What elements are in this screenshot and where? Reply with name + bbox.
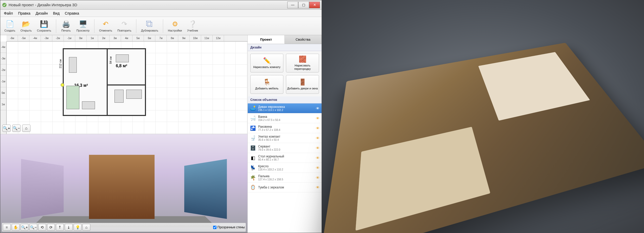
furniture-table[interactable] — [116, 54, 129, 62]
floorplan[interactable]: 16,3 м² 6,8 м² 212 см 84 см — [63, 48, 146, 116]
object-icon: 🚰 — [250, 125, 256, 131]
visibility-eye-icon[interactable]: 👁 — [316, 106, 320, 111]
menu-item-1[interactable]: Правка — [15, 10, 33, 16]
furniture-bathtub[interactable] — [126, 90, 142, 99]
plan-3d-view[interactable]: ⌗✋🔍+🔍−⟲⟳⤒⤓💡⌂Прозрачные стены — [0, 134, 247, 233]
object-dimensions: 235.1 x 113.1 x 102.2 — [258, 109, 314, 112]
ruler-tick: 1м — [0, 99, 6, 110]
ruler-tick: -1м — [0, 76, 6, 87]
maximize-button[interactable]: ▢ — [298, 2, 309, 8]
menu-item-0[interactable]: Файл — [1, 10, 15, 16]
tab-properties[interactable]: Свойства — [285, 35, 322, 44]
ruler-tick: -4м — [29, 35, 41, 41]
открыть-icon: 📂 — [22, 20, 30, 28]
furniture-coffee-table[interactable] — [82, 101, 95, 109]
object-item[interactable]: 🪞Тумба с зеркалом👁 — [248, 183, 322, 192]
object-name: Стол журнальный — [258, 155, 314, 158]
furniture-sofa[interactable] — [66, 86, 79, 109]
rotate-right-icon[interactable]: ⟳ — [47, 224, 55, 231]
design-button-2[interactable]: 🪑Добавить мебель — [250, 75, 283, 94]
toolbar-создать[interactable]: 📄Создать — [2, 18, 17, 34]
toolbar-separator — [56, 19, 56, 33]
zoom-in-icon[interactable]: 🔍+ — [21, 224, 28, 231]
wall-3d-left — [21, 159, 63, 219]
object-item[interactable]: 🌴Пальма127.4 x 116.2 x 158.5👁 — [248, 173, 322, 183]
object-item[interactable]: 🚽Унитаз компакт35.6 x 56.5 x 50.4👁 — [248, 133, 322, 143]
toolbar-печать[interactable]: 🖨️Печать — [59, 18, 73, 34]
tab-project[interactable]: Проект — [248, 35, 285, 44]
toolbar-повторить[interactable]: ↷Повторить — [115, 18, 133, 34]
wall-3d-right — [184, 159, 227, 219]
pan-icon[interactable]: ✋ — [12, 224, 20, 231]
rendered-apartment-view — [322, 0, 644, 233]
object-dimensions: 118.4 x 103.2 x 110.2 — [258, 168, 314, 171]
rotate-left-icon[interactable]: ⟲ — [38, 224, 46, 231]
design-button-1[interactable]: 🧱Нарисовать перегородку — [286, 54, 319, 72]
ruler-tick: -4м — [0, 41, 6, 53]
visibility-eye-icon[interactable]: 👁 — [316, 176, 320, 180]
section-objects-header: Список объектов — [248, 96, 322, 103]
zoom-out-icon[interactable]: 🔍− — [29, 224, 37, 231]
transparent-walls-checkbox[interactable]: Прозрачные стены — [213, 225, 245, 229]
object-item[interactable]: ◧Стол журнальный80.4 x 80.1 x 56.7👁 — [248, 153, 322, 163]
visibility-eye-icon[interactable]: 👁 — [316, 116, 320, 120]
object-item[interactable]: 🚰Раковина77.3 x 57.2 x 108.4👁 — [248, 123, 322, 133]
section-design-header: Дизайн — [248, 44, 322, 51]
visibility-eye-icon[interactable]: 👁 — [316, 146, 320, 150]
clip-back-icon[interactable]: ⤓ — [65, 224, 73, 231]
object-item[interactable]: 💺Кресло118.4 x 103.2 x 110.2👁 — [248, 163, 322, 173]
object-item[interactable]: 🛁Ванна154.2 x 67.5 x 50.4👁 — [248, 113, 322, 123]
design-button-icon: 🪑 — [263, 78, 271, 86]
toolbar-дублировать[interactable]: ⿻Дублировать — [139, 18, 160, 34]
clip-forward-icon[interactable]: ⤒ — [56, 224, 64, 231]
design-button-0[interactable]: ✏️Нарисовать комнату — [250, 54, 283, 72]
object-item[interactable]: 🗄️Сервант79.0 x 39.6 x 222.0👁 — [248, 143, 322, 153]
dimension-label-2: 84 см — [109, 57, 112, 64]
transparent-walls-input[interactable] — [213, 226, 216, 229]
ruler-tick: 8м — [167, 35, 178, 41]
visibility-eye-icon[interactable]: 👁 — [316, 126, 320, 130]
toolbar-separator — [94, 19, 94, 33]
menu-item-3[interactable]: Вид — [50, 10, 62, 16]
toolbar-открыть[interactable]: 📂Открыть — [18, 18, 34, 34]
home-icon[interactable]: ⌂ — [22, 125, 30, 132]
visibility-eye-icon[interactable]: 👁 — [316, 166, 320, 170]
furniture-toilet[interactable] — [114, 90, 124, 103]
close-button[interactable]: ✕ — [309, 2, 320, 8]
ruler-tick: -2м — [0, 64, 6, 76]
ruler-tick: 7м — [155, 35, 167, 41]
menu-item-2[interactable]: Дизайн — [33, 10, 50, 16]
ruler-tick: 0м — [0, 87, 6, 99]
plan-2d-view[interactable]: -6м-5м-4м-3м-2м-1м0м1м2м3м4м5м6м7м8м9м10… — [0, 35, 247, 134]
home-icon[interactable]: ⌂ — [82, 224, 90, 231]
ruler-tick: 11м — [201, 35, 213, 41]
ruler-tick: -1м — [64, 35, 75, 41]
object-text: Пальма127.4 x 116.2 x 158.5 — [258, 174, 314, 181]
light-icon[interactable]: 💡 — [74, 224, 81, 231]
wireframe-icon[interactable]: ⌗ — [3, 224, 11, 231]
object-icon: 🚽 — [250, 135, 256, 141]
visibility-eye-icon[interactable]: 👁 — [316, 136, 320, 140]
toolbar-отменить[interactable]: ↶Отменить — [97, 18, 114, 34]
object-name: Сервант — [258, 145, 314, 148]
object-text: Стол журнальный80.4 x 80.1 x 56.7 — [258, 155, 314, 161]
toolbar-label: Отменить — [99, 29, 112, 32]
cursor-indicator-icon — [61, 83, 64, 87]
toolbar-сохранить[interactable]: 💾Сохранить — [35, 18, 53, 34]
toolbar-label: Создать — [4, 29, 15, 32]
window-controls: — ▢ ✕ — [287, 2, 320, 8]
design-button-3[interactable]: 🚪Добавить двери и окна — [286, 75, 319, 94]
minimize-button[interactable]: — — [287, 2, 298, 8]
object-item[interactable]: 🛋️Диван еврокнижка235.1 x 113.1 x 102.2👁 — [248, 103, 322, 113]
menu-item-4[interactable]: Справка — [62, 10, 82, 16]
toolbar-просмотр[interactable]: 🖥️Просмотр — [74, 18, 92, 34]
ruler-tick: 1м — [87, 35, 98, 41]
toolbar-настройки[interactable]: ⚙Настройки — [166, 18, 184, 34]
visibility-eye-icon[interactable]: 👁 — [316, 156, 320, 160]
zoom-out-icon[interactable]: 🔍− — [12, 125, 21, 132]
furniture-cabinet[interactable] — [69, 57, 77, 73]
zoom-in-icon[interactable]: 🔍+ — [2, 125, 11, 132]
object-list[interactable]: 🛋️Диван еврокнижка235.1 x 113.1 x 102.2👁… — [248, 103, 322, 233]
visibility-eye-icon[interactable]: 👁 — [316, 185, 320, 189]
toolbar-учебник[interactable]: ❔Учебник — [185, 18, 200, 34]
